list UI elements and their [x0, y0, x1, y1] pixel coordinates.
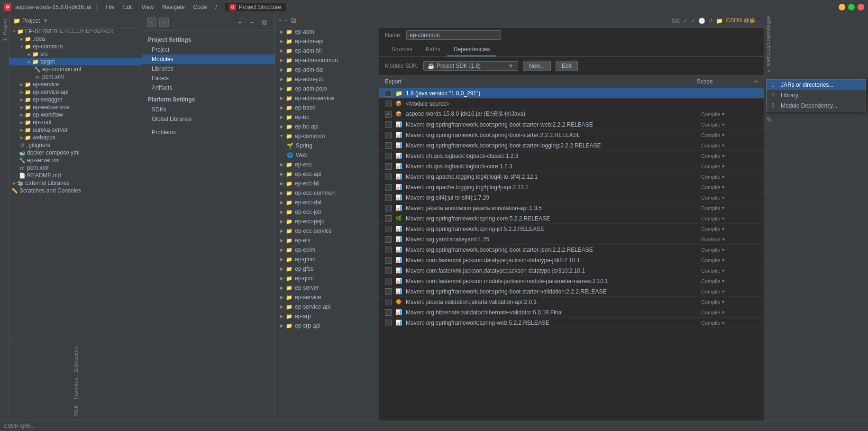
dep-row-jakarta-validation[interactable]: 🔶 Maven: jakarta.validation:jakarta.vali… — [379, 297, 764, 307]
tree-ep-workflow-item[interactable]: ▶ 📁 ep-workflow — [9, 111, 142, 119]
dep-checkbox[interactable] — [385, 142, 392, 149]
tree-pom-item[interactable]: m pom.xml — [9, 73, 142, 81]
minimize-button[interactable] — [839, 4, 845, 10]
sdk-select[interactable]: ☕ Project SDK (1.8) ▼ — [423, 61, 518, 71]
tab-dependencies[interactable]: Dependencies — [447, 43, 497, 56]
dropdown-arrow-icon[interactable]: ▼ — [43, 18, 48, 24]
git-clock-icon[interactable]: 🕐 — [698, 18, 705, 24]
tree-iml-item[interactable]: 🔧 ep-common.iml — [9, 65, 142, 73]
dep-checkbox[interactable] — [385, 194, 392, 201]
ps-modules-item[interactable]: Modules — [142, 55, 274, 64]
dep-checkbox[interactable] — [385, 288, 392, 295]
tree-ext-libs-item[interactable]: ▶ 📚 External Libraries — [9, 179, 142, 187]
dep-row-spring-logging[interactable]: 📊 Maven: org.springframework.boot:spring… — [379, 140, 764, 151]
module-ep-adm[interactable]: ▶ 📁 ep-adm — [275, 27, 379, 37]
dep-row-snakeyaml[interactable]: 📊 Maven: org.yaml:snakeyaml:1.25 Runtime… — [379, 234, 764, 245]
dep-row-source[interactable]: 📦 <Module source> — [379, 99, 764, 109]
module-ep-server[interactable]: ▶ 📁 ep-server — [275, 283, 379, 293]
dep-row-spring-core[interactable]: 🌿 Maven: org.springframework:spring-core… — [379, 213, 764, 224]
file-tree-content[interactable]: ▼ 📁 EP-SERVER E:\石工工作\EP-SERVER ▶ 📁 .ide… — [9, 28, 142, 341]
dep-checkbox[interactable] — [385, 278, 392, 284]
module-ep-bc[interactable]: ▶ 📁 ep-bc — [275, 112, 379, 122]
dep-checkbox[interactable] — [385, 309, 392, 316]
module-ep-base[interactable]: ▶ 📁 ep-base — [275, 103, 379, 112]
module-ep-qcm[interactable]: ▶ 📁 ep-qcm — [275, 274, 379, 283]
module-spring[interactable]: 🌱 Spring — [275, 141, 379, 150]
dependencies-table[interactable]: 📁 1.8 (java version "1.8.0_291") 📦 <Modu… — [379, 88, 764, 421]
dep-checkbox[interactable] — [385, 215, 392, 222]
tree-gitignore-item[interactable]: ⚙ .gitignore — [9, 141, 142, 149]
module-ep-service-api2[interactable]: ▶ 📁 ep-service-api — [275, 302, 379, 312]
module-ep-ecc-job[interactable]: ▶ 📁 ep-ecc-job — [275, 207, 379, 217]
module-ep-service2[interactable]: ▶ 📁 ep-service — [275, 293, 379, 302]
dep-row-jackson-jdk8[interactable]: 📊 Maven: com.fasterxml.jackson.datatype:… — [379, 255, 764, 266]
dd-item-jars[interactable]: 1 JARs or directories... — [767, 80, 866, 90]
dd-item-library[interactable]: 2 Library... — [767, 90, 866, 101]
dep-checkbox[interactable] — [385, 90, 392, 97]
dep-checkbox[interactable] — [385, 132, 392, 138]
side-tab-structure[interactable]: Z-Structure — [72, 343, 80, 375]
modules-copy-button[interactable]: ⧉ — [291, 16, 296, 25]
tree-ep-webservice-item[interactable]: ▶ 📁 ep-webservice — [9, 103, 142, 111]
close-button[interactable] — [858, 4, 864, 10]
dep-row-spring-validation[interactable]: 📊 Maven: org.springframework.boot:spring… — [379, 286, 764, 297]
module-ep-ecc[interactable]: ▶ 📁 ep-ecc — [275, 160, 379, 169]
module-ep-epim[interactable]: ▶ 📁 ep-epim — [275, 245, 379, 255]
dep-row-hibernate-validator[interactable]: 📊 Maven: org.hibernate.validator:hiberna… — [379, 307, 764, 318]
maximize-button[interactable] — [848, 4, 855, 10]
module-ep-adm-common[interactable]: ▶ 📁 ep-adm-common — [275, 55, 379, 65]
tree-ep-zuul-item[interactable]: ▶ 📁 ep-zuul — [9, 119, 142, 126]
dep-checkbox[interactable] — [385, 257, 392, 264]
dep-row-log4j-slf4j[interactable]: 📊 Maven: org.apache.logging.log4j:log4j-… — [379, 172, 764, 182]
module-ep-common[interactable]: ▼ 📁 ep-common — [275, 131, 379, 141]
git-green-check-icon[interactable]: ✓ — [691, 18, 695, 24]
dep-row-spring-web[interactable]: 📊 Maven: org.springframework.boot:spring… — [379, 119, 764, 130]
module-ep-adm-job[interactable]: ▶ 📁 ep-adm-job — [275, 74, 379, 84]
module-ep-gfss[interactable]: ▶ 📁 ep-gfss — [275, 264, 379, 274]
modules-remove-button[interactable]: − — [284, 16, 288, 25]
ps-copy-button[interactable]: ⧉ — [259, 17, 270, 28]
menu-view[interactable]: View — [137, 3, 157, 11]
ps-facets-item[interactable]: Facets — [142, 73, 274, 83]
dep-checkbox[interactable] — [385, 247, 392, 253]
menu-navigate[interactable]: Navigate — [158, 3, 188, 11]
new-button[interactable]: New... — [523, 61, 551, 71]
module-ep-srp[interactable]: ▶ 📁 ep-srp — [275, 312, 379, 321]
dep-checkbox[interactable] — [385, 153, 392, 159]
tree-ep-common-item[interactable]: ▼ 📁 ep-common — [9, 43, 142, 50]
dep-row-spring-web2[interactable]: 📊 Maven: org.springframework:spring-web:… — [379, 318, 764, 328]
modules-add-button[interactable]: + — [278, 16, 282, 25]
module-ep-ecc-service[interactable]: ▶ 📁 ep-ecc-service — [275, 226, 379, 236]
dep-row-jackson-jsr310[interactable]: 📊 Maven: com.fasterxml.jackson.datatype:… — [379, 266, 764, 276]
modules-list[interactable]: ▶ 📁 ep-adm ▶ 📁 ep-adm-api ▶ 📁 ep-adm-bll… — [275, 27, 379, 421]
dep-checkbox[interactable] — [385, 320, 392, 326]
dep-row-jackson-param[interactable]: 📊 Maven: com.fasterxml.jackson.module:ja… — [379, 276, 764, 286]
ps-back-button[interactable]: ‹ — [147, 18, 156, 27]
dep-row-spring-boot[interactable]: 📊 Maven: org.springframework.boot:spring… — [379, 130, 764, 140]
tree-src-item[interactable]: ▶ 📁 src — [9, 50, 142, 58]
dep-checkbox[interactable] — [385, 267, 392, 274]
module-ep-ecc-common[interactable]: ▶ 📁 ep-ecc-common — [275, 188, 379, 198]
side-tab-project[interactable]: 1: Project — [1, 16, 9, 44]
tree-ep-service-item[interactable]: ▶ 📁 ep-service — [9, 81, 142, 88]
edit-button[interactable]: Edit — [556, 61, 578, 71]
module-ep-els[interactable]: ▶ 📁 ep-els — [275, 236, 379, 245]
module-ep-gfom[interactable]: ▶ 📁 ep-gfom — [275, 255, 379, 264]
dep-row-logback-core[interactable]: 📊 Maven: ch.qos.logback:logback-core:1.2… — [379, 161, 764, 172]
dep-add-button[interactable]: + — [754, 77, 758, 86]
menu-code[interactable]: Code — [190, 3, 211, 11]
dep-checkbox[interactable] — [385, 163, 392, 170]
name-input[interactable] — [406, 30, 501, 40]
module-web[interactable]: 🌐 Web — [275, 150, 379, 160]
tree-readme-item[interactable]: 📄 README.md — [9, 172, 142, 179]
ps-add-button[interactable]: + — [235, 17, 245, 28]
git-status-icon[interactable]: Git: — [672, 18, 681, 24]
edit-icon[interactable]: ✎ — [766, 115, 866, 124]
module-ep-adm-service[interactable]: ▶ 📁 ep-adm-service — [275, 93, 379, 103]
dep-row-log4j-api[interactable]: 📊 Maven: org.apache.logging.log4j:log4j-… — [379, 182, 764, 193]
ps-sdks-item[interactable]: SDKs — [142, 105, 274, 114]
git-folder-icon[interactable]: 📁 — [716, 18, 723, 24]
ps-remove-button[interactable]: − — [247, 17, 257, 28]
dep-checkbox[interactable] — [385, 205, 392, 211]
tree-eureka-item[interactable]: ▶ 📁 eureka-server — [9, 126, 142, 134]
